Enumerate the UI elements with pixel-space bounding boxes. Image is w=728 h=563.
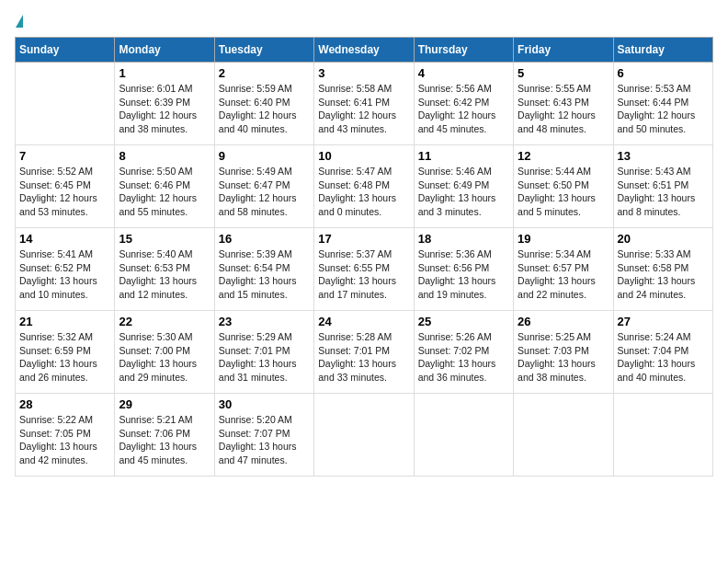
days-of-week-row: SundayMondayTuesdayWednesdayThursdayFrid… [16, 38, 713, 63]
calendar-cell: 23Sunrise: 5:29 AM Sunset: 7:01 PM Dayli… [214, 311, 313, 394]
day-info: Sunrise: 5:40 AM Sunset: 6:53 PM Dayligh… [119, 247, 210, 302]
day-number: 8 [119, 149, 210, 163]
day-number: 29 [119, 397, 210, 411]
calendar-cell [414, 394, 513, 477]
day-info: Sunrise: 5:52 AM Sunset: 6:45 PM Dayligh… [19, 165, 110, 219]
logo [15, 15, 23, 28]
calendar-cell: 13Sunrise: 5:43 AM Sunset: 6:51 PM Dayli… [613, 145, 712, 228]
day-info: Sunrise: 5:58 AM Sunset: 6:41 PM Dayligh… [318, 82, 409, 136]
calendar-cell: 6Sunrise: 5:53 AM Sunset: 6:44 PM Daylig… [613, 63, 712, 145]
day-number: 23 [219, 315, 310, 328]
day-info: Sunrise: 5:24 AM Sunset: 7:04 PM Dayligh… [618, 330, 709, 385]
week-row: 14Sunrise: 5:41 AM Sunset: 6:52 PM Dayli… [16, 228, 713, 311]
calendar-cell: 24Sunrise: 5:28 AM Sunset: 7:01 PM Dayli… [314, 311, 414, 394]
calendar-cell [514, 394, 613, 477]
day-number: 18 [418, 232, 509, 246]
week-row: 21Sunrise: 5:32 AM Sunset: 6:59 PM Dayli… [16, 311, 713, 394]
calendar-cell: 16Sunrise: 5:39 AM Sunset: 6:54 PM Dayli… [214, 228, 313, 311]
day-number: 12 [518, 149, 609, 163]
page-header [15, 15, 713, 28]
calendar-cell: 3Sunrise: 5:58 AM Sunset: 6:41 PM Daylig… [314, 63, 414, 145]
day-info: Sunrise: 5:25 AM Sunset: 7:03 PM Dayligh… [518, 330, 609, 385]
day-info: Sunrise: 5:20 AM Sunset: 7:07 PM Dayligh… [219, 413, 310, 467]
calendar-table: SundayMondayTuesdayWednesdayThursdayFrid… [15, 37, 713, 477]
day-number: 17 [318, 232, 409, 246]
calendar-cell: 15Sunrise: 5:40 AM Sunset: 6:53 PM Dayli… [115, 228, 214, 311]
logo-arrow-icon [16, 15, 23, 28]
day-of-week-header: Thursday [414, 38, 513, 63]
calendar-cell: 17Sunrise: 5:37 AM Sunset: 6:55 PM Dayli… [314, 228, 414, 311]
calendar-cell: 8Sunrise: 5:50 AM Sunset: 6:46 PM Daylig… [115, 145, 214, 228]
day-info: Sunrise: 5:47 AM Sunset: 6:48 PM Dayligh… [318, 165, 409, 219]
day-info: Sunrise: 5:43 AM Sunset: 6:51 PM Dayligh… [618, 165, 709, 219]
calendar-cell [314, 394, 414, 477]
day-number: 11 [418, 149, 509, 163]
day-info: Sunrise: 5:32 AM Sunset: 6:59 PM Dayligh… [19, 330, 110, 385]
day-number: 20 [618, 232, 709, 246]
day-number: 4 [418, 66, 509, 80]
calendar-cell: 7Sunrise: 5:52 AM Sunset: 6:45 PM Daylig… [16, 145, 115, 228]
week-row: 7Sunrise: 5:52 AM Sunset: 6:45 PM Daylig… [16, 145, 713, 228]
calendar-cell: 1Sunrise: 6:01 AM Sunset: 6:39 PM Daylig… [115, 63, 214, 145]
day-number: 28 [19, 397, 110, 411]
day-info: Sunrise: 5:53 AM Sunset: 6:44 PM Dayligh… [618, 82, 709, 136]
day-number: 19 [518, 232, 609, 246]
calendar-cell: 29Sunrise: 5:21 AM Sunset: 7:06 PM Dayli… [115, 394, 214, 477]
day-of-week-header: Tuesday [214, 38, 313, 63]
day-number: 21 [19, 315, 110, 328]
calendar-cell: 14Sunrise: 5:41 AM Sunset: 6:52 PM Dayli… [16, 228, 115, 311]
calendar-cell [16, 63, 115, 145]
week-row: 1Sunrise: 6:01 AM Sunset: 6:39 PM Daylig… [16, 63, 713, 145]
day-of-week-header: Monday [115, 38, 214, 63]
day-number: 15 [119, 232, 210, 246]
day-info: Sunrise: 5:46 AM Sunset: 6:49 PM Dayligh… [418, 165, 509, 219]
day-info: Sunrise: 5:22 AM Sunset: 7:05 PM Dayligh… [19, 413, 110, 467]
day-info: Sunrise: 5:49 AM Sunset: 6:47 PM Dayligh… [219, 165, 310, 219]
day-info: Sunrise: 5:34 AM Sunset: 6:57 PM Dayligh… [518, 247, 609, 302]
day-info: Sunrise: 5:50 AM Sunset: 6:46 PM Dayligh… [119, 165, 210, 219]
calendar-cell: 26Sunrise: 5:25 AM Sunset: 7:03 PM Dayli… [514, 311, 613, 394]
day-info: Sunrise: 5:33 AM Sunset: 6:58 PM Dayligh… [618, 247, 709, 302]
day-number: 16 [219, 232, 310, 246]
calendar-cell: 4Sunrise: 5:56 AM Sunset: 6:42 PM Daylig… [414, 63, 513, 145]
calendar-cell: 9Sunrise: 5:49 AM Sunset: 6:47 PM Daylig… [214, 145, 313, 228]
day-info: Sunrise: 5:28 AM Sunset: 7:01 PM Dayligh… [318, 330, 409, 385]
day-number: 3 [318, 66, 409, 80]
day-info: Sunrise: 5:55 AM Sunset: 6:43 PM Dayligh… [518, 82, 609, 136]
calendar-cell: 30Sunrise: 5:20 AM Sunset: 7:07 PM Dayli… [214, 394, 313, 477]
day-number: 14 [19, 232, 110, 246]
day-info: Sunrise: 5:44 AM Sunset: 6:50 PM Dayligh… [518, 165, 609, 219]
day-number: 30 [219, 397, 310, 411]
week-row: 28Sunrise: 5:22 AM Sunset: 7:05 PM Dayli… [16, 394, 713, 477]
day-info: Sunrise: 5:26 AM Sunset: 7:02 PM Dayligh… [418, 330, 509, 385]
day-number: 5 [518, 66, 609, 80]
day-of-week-header: Saturday [613, 38, 712, 63]
day-number: 24 [318, 315, 409, 328]
calendar-cell: 25Sunrise: 5:26 AM Sunset: 7:02 PM Dayli… [414, 311, 513, 394]
day-of-week-header: Wednesday [314, 38, 414, 63]
calendar-header: SundayMondayTuesdayWednesdayThursdayFrid… [16, 38, 713, 63]
day-info: Sunrise: 5:39 AM Sunset: 6:54 PM Dayligh… [219, 247, 310, 302]
calendar-cell: 20Sunrise: 5:33 AM Sunset: 6:58 PM Dayli… [613, 228, 712, 311]
day-info: Sunrise: 5:36 AM Sunset: 6:56 PM Dayligh… [418, 247, 509, 302]
calendar-cell: 19Sunrise: 5:34 AM Sunset: 6:57 PM Dayli… [514, 228, 613, 311]
day-number: 6 [618, 66, 709, 80]
day-number: 10 [318, 149, 409, 163]
calendar-cell: 27Sunrise: 5:24 AM Sunset: 7:04 PM Dayli… [613, 311, 712, 394]
day-info: Sunrise: 5:56 AM Sunset: 6:42 PM Dayligh… [418, 82, 509, 136]
calendar-cell [613, 394, 712, 477]
day-number: 13 [618, 149, 709, 163]
day-info: Sunrise: 6:01 AM Sunset: 6:39 PM Dayligh… [119, 82, 210, 136]
day-info: Sunrise: 5:29 AM Sunset: 7:01 PM Dayligh… [219, 330, 310, 385]
calendar-cell: 12Sunrise: 5:44 AM Sunset: 6:50 PM Dayli… [514, 145, 613, 228]
calendar-cell: 5Sunrise: 5:55 AM Sunset: 6:43 PM Daylig… [514, 63, 613, 145]
day-number: 2 [219, 66, 310, 80]
calendar-cell: 11Sunrise: 5:46 AM Sunset: 6:49 PM Dayli… [414, 145, 513, 228]
day-info: Sunrise: 5:41 AM Sunset: 6:52 PM Dayligh… [19, 247, 110, 302]
day-info: Sunrise: 5:30 AM Sunset: 7:00 PM Dayligh… [119, 330, 210, 385]
day-number: 26 [518, 315, 609, 328]
calendar-cell: 22Sunrise: 5:30 AM Sunset: 7:00 PM Dayli… [115, 311, 214, 394]
day-number: 22 [119, 315, 210, 328]
day-info: Sunrise: 5:59 AM Sunset: 6:40 PM Dayligh… [219, 82, 310, 136]
day-of-week-header: Friday [514, 38, 613, 63]
